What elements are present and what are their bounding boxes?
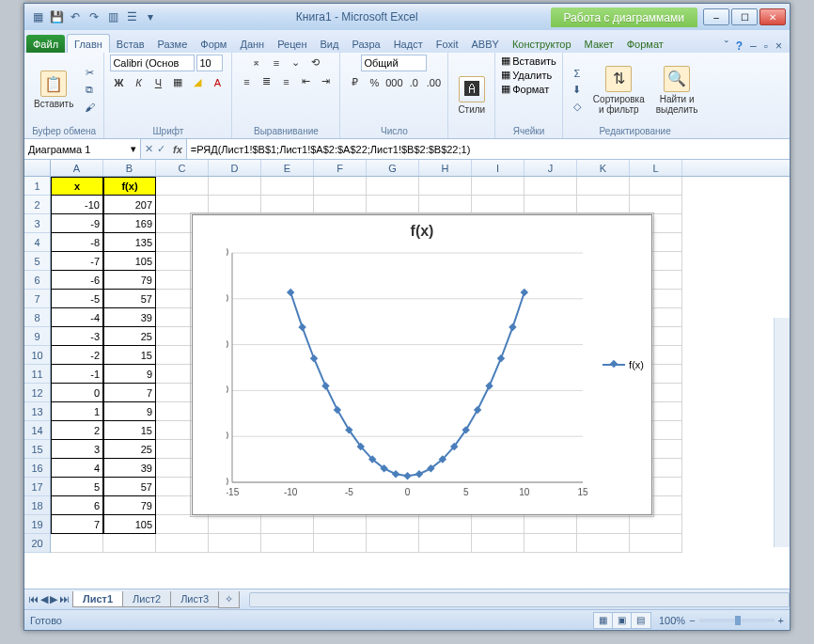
paste-button[interactable]: 📋 Вставить	[30, 69, 77, 111]
styles-button[interactable]: 🅰 Стили	[454, 74, 489, 117]
cell[interactable]: 7	[51, 515, 103, 534]
qat-icon-1[interactable]: ▥	[105, 9, 120, 24]
embedded-chart[interactable]: f(x) 050100150200250-15-10-5051015 f(x)	[192, 214, 652, 515]
align-middle-icon[interactable]: ≡	[268, 55, 285, 71]
col-header[interactable]: J	[524, 160, 577, 176]
cell[interactable]	[367, 515, 419, 534]
col-header[interactable]: G	[367, 160, 419, 176]
align-left-icon[interactable]: ≡	[238, 73, 255, 89]
col-header[interactable]: D	[209, 160, 261, 176]
underline-button[interactable]: Ч	[149, 74, 166, 90]
cell[interactable]	[419, 515, 472, 534]
align-center-icon[interactable]: ≣	[258, 73, 274, 89]
cell[interactable]: 207	[103, 196, 156, 214]
zoom-in-button[interactable]: +	[778, 615, 784, 626]
cell[interactable]: 9	[103, 402, 156, 421]
row-header[interactable]: 11	[24, 365, 50, 384]
row-header[interactable]: 2	[24, 196, 50, 214]
row-header[interactable]: 20	[24, 534, 50, 553]
cell[interactable]	[367, 177, 419, 196]
italic-button[interactable]: К	[130, 74, 147, 90]
tab-file[interactable]: Файл	[26, 35, 65, 53]
help-icon[interactable]: ?	[736, 39, 743, 53]
chart-plot-area[interactable]: 050100150200250-15-10-5051015	[227, 247, 588, 501]
cell[interactable]	[524, 177, 577, 196]
tab-pagelayout[interactable]: Разме	[151, 35, 195, 53]
row-header[interactable]: 3	[24, 214, 50, 233]
indent-inc-icon[interactable]: ⇥	[317, 73, 334, 89]
cell[interactable]: 25	[103, 440, 156, 459]
enter-fx-icon[interactable]: ✓	[157, 143, 165, 155]
col-header[interactable]: A	[51, 160, 103, 176]
tab-data[interactable]: Данн	[233, 35, 271, 53]
cell[interactable]	[261, 177, 314, 196]
row-headers[interactable]: 1234567891011121314151617181920	[24, 177, 51, 553]
zoom-level[interactable]: 100%	[659, 615, 685, 626]
font-color-button[interactable]: A	[209, 74, 226, 90]
cell[interactable]	[630, 515, 682, 534]
qat-icon-2[interactable]: ☰	[124, 9, 139, 24]
cell[interactable]	[419, 534, 472, 553]
cell[interactable]	[472, 177, 524, 196]
doc-close-icon[interactable]: ×	[775, 39, 782, 53]
copy-icon[interactable]: ⧉	[81, 83, 98, 98]
cell[interactable]	[156, 196, 209, 214]
cell[interactable]	[209, 177, 261, 196]
cell[interactable]: 105	[103, 515, 156, 534]
cell[interactable]	[630, 196, 682, 214]
sort-filter-button[interactable]: ⇅ Сортировка и фильтр	[589, 64, 649, 117]
col-header[interactable]: L	[630, 160, 682, 176]
cell[interactable]: 15	[103, 346, 156, 365]
currency-icon[interactable]: ₽	[346, 74, 363, 90]
name-box[interactable]: Диаграмма 1▾	[24, 139, 141, 159]
cell[interactable]	[630, 534, 682, 553]
cell[interactable]: 105	[103, 252, 156, 271]
row-header[interactable]: 13	[24, 402, 50, 421]
cell[interactable]	[261, 196, 314, 214]
fx-icon[interactable]: fx	[169, 144, 186, 155]
cell[interactable]: 6	[51, 496, 103, 515]
sheet-nav-prev-icon[interactable]: ◀	[40, 593, 48, 605]
sheet-tab-2[interactable]: Лист2	[122, 591, 171, 607]
cell[interactable]: 169	[103, 214, 156, 233]
percent-icon[interactable]: %	[366, 74, 383, 90]
cell[interactable]: 25	[103, 327, 156, 346]
cell[interactable]: 9	[103, 365, 156, 384]
doc-min-icon[interactable]: –	[750, 39, 757, 53]
row-header[interactable]: 8	[24, 308, 50, 327]
chevron-down-icon[interactable]: ▾	[131, 143, 136, 155]
align-bottom-icon[interactable]: ⌄	[288, 55, 305, 71]
cancel-fx-icon[interactable]: ✕	[145, 143, 153, 155]
col-header[interactable]: I	[472, 160, 524, 176]
row-header[interactable]: 7	[24, 290, 50, 308]
font-name-select[interactable]	[110, 55, 195, 71]
row-header[interactable]: 12	[24, 384, 50, 402]
sheet-nav-last-icon[interactable]: ⏭	[59, 593, 70, 605]
ribbon-min-icon[interactable]: ˇ	[725, 39, 728, 53]
row-header[interactable]: 15	[24, 440, 50, 459]
cell[interactable]: 4	[51, 459, 103, 478]
format-painter-icon[interactable]: 🖌	[81, 100, 98, 115]
orientation-icon[interactable]: ⟲	[307, 55, 324, 71]
delete-cells-icon[interactable]: ▦	[501, 69, 510, 81]
tab-addins[interactable]: Надст	[387, 35, 430, 53]
font-size-select[interactable]	[196, 55, 223, 71]
cell[interactable]	[261, 515, 314, 534]
cell[interactable]: -9	[51, 214, 103, 233]
insert-cells-icon[interactable]: ▦	[501, 55, 510, 67]
insert-cells-button[interactable]: Вставить	[512, 55, 556, 67]
worksheet-grid[interactable]: ABCDEFGHIJKL 123456789101112131415161718…	[24, 160, 790, 589]
cell[interactable]	[472, 534, 524, 553]
cell[interactable]	[209, 515, 261, 534]
row-header[interactable]: 16	[24, 459, 50, 478]
view-normal-icon[interactable]: ▦	[594, 613, 613, 628]
cell[interactable]: 39	[103, 459, 156, 478]
formula-input[interactable]: =РЯД(Лист1!$B$1;Лист1!$A$2:$A$22;Лист1!$…	[186, 139, 790, 159]
row-header[interactable]: 19	[24, 515, 50, 534]
cell[interactable]	[419, 196, 472, 214]
cell[interactable]	[419, 177, 472, 196]
cell[interactable]	[577, 534, 630, 553]
redo-icon[interactable]: ↷	[86, 9, 102, 24]
maximize-button[interactable]: ☐	[731, 8, 758, 25]
sheet-tab-3[interactable]: Лист3	[170, 591, 219, 607]
